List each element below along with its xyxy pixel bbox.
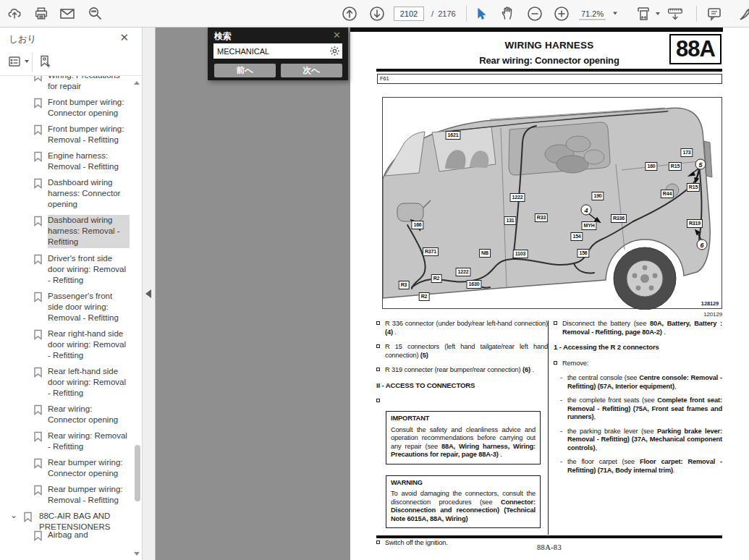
figure-component-label: 160 xyxy=(645,162,657,171)
scroll-up-icon[interactable] xyxy=(134,81,140,85)
cloud-upload-button[interactable] xyxy=(6,4,25,23)
procedure-step: -the parking brake lever (see Parking br… xyxy=(554,428,722,453)
figure-reference-bottom: 120129 xyxy=(382,311,722,318)
important-box: IMPORTANTConsult the safety and cleanlin… xyxy=(386,411,541,464)
search-dialog: 検索 ✕ 前へ 次へ xyxy=(208,27,348,80)
expand-current-bookmark-button[interactable] xyxy=(38,54,52,69)
search-next-button[interactable]: 次へ xyxy=(281,64,342,77)
bookmark-item[interactable]: Rear right-hand side door wiring: Remova… xyxy=(0,326,132,364)
comment-button[interactable] xyxy=(705,4,724,23)
bookmark-item[interactable]: Rear wiring: Connector opening xyxy=(0,402,132,428)
figure-callout-number: 4 xyxy=(581,205,592,216)
figure-reference-top: 128129 xyxy=(701,300,719,307)
figure-component-label: R15 xyxy=(687,183,700,192)
bookmark-item[interactable]: Wiring: Precautions for repair xyxy=(0,76,132,95)
bookmark-icon xyxy=(33,530,43,541)
email-button[interactable] xyxy=(58,4,77,23)
bookmark-item[interactable]: Rear left-hand side door wiring: Removal… xyxy=(0,364,132,402)
chevron-down-icon xyxy=(656,12,660,15)
procedure-step: -the floor carpet (see Floor carpet: Rem… xyxy=(554,458,722,475)
previous-page-button[interactable] xyxy=(340,4,359,23)
figure-component-label: 1630 xyxy=(467,280,482,289)
toolbar-separator xyxy=(466,6,467,22)
bookmark-item[interactable]: Rear wiring: Removal - Refitting xyxy=(0,428,132,455)
figure-component-label: R371 xyxy=(423,247,439,256)
procedure-step: -the complete front seats (see Complete … xyxy=(554,396,722,422)
zoom-level-dropdown[interactable]: 71.2% xyxy=(579,7,617,20)
panel-resize-strip[interactable] xyxy=(143,27,156,560)
figure-component-label: 166 xyxy=(411,221,423,229)
bookmark-icon xyxy=(33,329,43,340)
procedure-step: R 319 connecter (rear bumper/rear connec… xyxy=(376,366,548,375)
chevron-down-icon[interactable]: ⌄ xyxy=(10,510,17,521)
sidebar-scrollbar-thumb[interactable] xyxy=(135,445,140,501)
bookmark-label: Airbag and xyxy=(48,530,88,539)
find-button[interactable] xyxy=(85,4,104,23)
procedure-step: R 336 connector (under body/rear left-ha… xyxy=(376,320,548,336)
bookmark-item[interactable]: Rear bumper wiring: Connector opening xyxy=(0,455,132,482)
bookmark-icon xyxy=(33,178,43,189)
bookmark-icon xyxy=(33,458,43,469)
hand-tool-button[interactable] xyxy=(498,4,517,23)
page-top-rule xyxy=(350,27,723,32)
box-text: Consult the safety and cleanliness advic… xyxy=(391,426,536,459)
print-button[interactable] xyxy=(32,4,51,23)
search-input[interactable] xyxy=(213,43,342,59)
chevron-down-icon xyxy=(613,12,617,15)
column-divider xyxy=(548,321,549,535)
bookmark-item[interactable]: Dashboard wiring harness: Removal - Refi… xyxy=(0,213,132,251)
bookmark-icon xyxy=(33,151,43,162)
fill-sign-button[interactable] xyxy=(737,4,749,23)
bookmark-item[interactable]: Front bumper wiring: Connector opening xyxy=(0,95,132,122)
procedure-step: Remove: xyxy=(554,360,722,368)
search-previous-button[interactable]: 前へ xyxy=(214,64,276,77)
bookmarks-toolbar xyxy=(0,49,142,76)
figure-component-label: 156 xyxy=(577,249,589,258)
page-count: / 2176 xyxy=(431,9,456,18)
bookmark-item[interactable]: Airbag and xyxy=(0,527,132,543)
bookmark-item[interactable]: Engine harness: Removal - Refitting xyxy=(0,148,132,175)
bookmark-options-button[interactable] xyxy=(7,54,29,69)
box-title: IMPORTANT xyxy=(391,415,536,423)
right-column: Disconnect the battery (see 80A, Battery… xyxy=(554,320,722,480)
bookmark-item[interactable]: Driver's front side door wiring: Removal… xyxy=(0,251,132,289)
close-icon[interactable]: ✕ xyxy=(119,32,129,43)
figure-component-label: R3 xyxy=(399,281,410,289)
fit-width-dropdown[interactable] xyxy=(634,4,660,23)
chevron-down-icon xyxy=(25,60,29,63)
bookmark-label: Front bumper wiring: Removal - Refitting xyxy=(48,124,124,144)
dash-bullet: - xyxy=(560,396,562,405)
gear-icon[interactable] xyxy=(329,46,340,56)
scroll-mode-button[interactable] xyxy=(666,4,685,23)
zoom-out-button[interactable] xyxy=(525,4,544,23)
bookmark-item[interactable]: Passenger's front side door wiring: Remo… xyxy=(0,289,132,326)
dash-bullet: - xyxy=(560,374,562,383)
divider xyxy=(32,53,33,72)
scroll-down-icon[interactable] xyxy=(134,552,140,556)
bookmark-item[interactable]: Front bumper wiring: Removal - Refitting xyxy=(0,122,132,148)
collapse-panel-icon[interactable] xyxy=(145,289,151,298)
page-number-input[interactable] xyxy=(394,7,424,21)
bookmark-icon xyxy=(33,124,43,135)
bookmark-item[interactable]: Rear bumper wiring: Removal - Refitting xyxy=(0,482,132,509)
figure-component-label: R336 xyxy=(611,214,627,223)
document-canvas[interactable]: WIRING HARNESS Rear wiring: Connector op… xyxy=(156,27,749,560)
dash-bullet: - xyxy=(560,458,562,467)
pdf-reader-window: / 2176 71.2% xyxy=(0,0,749,560)
box-title: WARNING xyxy=(391,479,536,488)
figure-component-label: R2 xyxy=(419,292,430,301)
bookmark-label: Wiring: Precautions for repair xyxy=(48,76,120,90)
bookmark-item[interactable]: Dashboard wiring harness: Connector open… xyxy=(0,175,132,213)
zoom-in-button[interactable] xyxy=(552,4,571,23)
procedure-step: -the central console (see Centre console… xyxy=(554,374,722,391)
select-tool-button[interactable] xyxy=(472,4,491,23)
warning-box: WARNINGTo avoid damaging the connectors,… xyxy=(386,475,541,529)
figure-component-label: 173 xyxy=(680,148,693,157)
dash-bullet: - xyxy=(560,428,562,436)
square-bullet-icon xyxy=(554,321,557,325)
close-icon[interactable]: ✕ xyxy=(333,30,341,41)
next-page-button[interactable] xyxy=(368,4,386,23)
zoom-out-icon xyxy=(526,5,543,22)
bookmark-icon xyxy=(33,292,43,302)
bookmark-label: Rear bumper wiring: Removal - Refitting xyxy=(48,485,123,504)
